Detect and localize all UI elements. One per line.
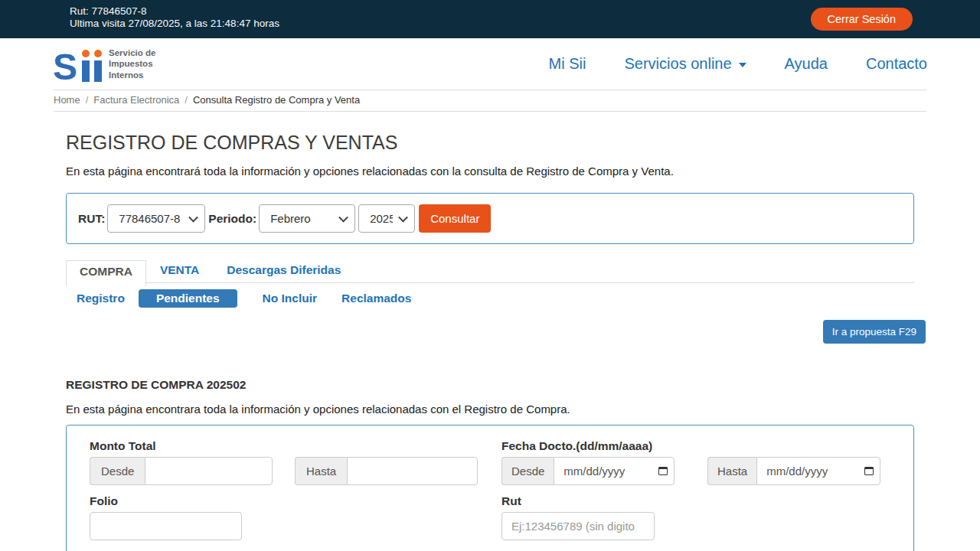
- rut-select[interactable]: 77846507-8: [107, 204, 205, 233]
- year-select[interactable]: 2025: [358, 204, 415, 233]
- ir-a-propuesta-f29-button[interactable]: Ir a propuesta F29: [823, 320, 926, 344]
- session-topbar: Rut: 77846507-8 Ultima visita 27/08/2025…: [0, 0, 980, 38]
- sub-tabs: Registro Pendientes No Incluir Reclamado…: [66, 289, 914, 308]
- folio-field: Folio: [90, 493, 478, 540]
- session-rut: Rut: 77846507-8: [70, 5, 279, 18]
- monto-total-field: Monto Total Desde Hasta: [90, 438, 478, 485]
- filter-panel: Monto Total Desde Hasta Fecha Docto.(dd/…: [66, 425, 914, 551]
- month-select-wrap: Febrero: [256, 204, 355, 233]
- subtab-reclamados[interactable]: Reclamados: [331, 289, 422, 308]
- logout-button[interactable]: Cerrar Sesión: [811, 8, 913, 31]
- rut-label: RUT:: [78, 212, 105, 226]
- nav-contacto[interactable]: Contacto: [866, 55, 927, 73]
- fecha-docto-field: Fecha Docto.(dd/mm/aaaa) Desde Hasta: [501, 438, 890, 485]
- fecha-hasta-group: Hasta: [707, 457, 880, 485]
- main-nav: Mi Sii Servicios online Ayuda Contacto: [511, 55, 927, 73]
- page-title: REGISTRO DE COMPRAS Y VENTAS: [66, 132, 914, 154]
- fecha-docto-label: Fecha Docto.(dd/mm/aaaa): [501, 439, 890, 453]
- monto-hasta-input[interactable]: [347, 457, 478, 485]
- nav-mi-sii[interactable]: Mi Sii: [549, 55, 586, 73]
- monto-desde-addon: Desde: [90, 457, 145, 485]
- monto-hasta-addon: Hasta: [295, 457, 347, 485]
- subtab-no-incluir[interactable]: No Incluir: [252, 289, 328, 308]
- main-content: REGISTRO DE COMPRAS Y VENTAS En esta pág…: [54, 132, 926, 551]
- folio-input[interactable]: [90, 512, 242, 540]
- consultar-button[interactable]: Consultar: [419, 204, 491, 233]
- rut-select-wrap: 77846507-8: [105, 204, 205, 233]
- chevron-down-icon: [739, 63, 746, 67]
- session-info: Rut: 77846507-8 Ultima visita 27/08/2025…: [70, 5, 279, 30]
- register-section-description: En esta página encontrara toda la inform…: [66, 403, 914, 416]
- subtab-registro[interactable]: Registro: [66, 289, 136, 308]
- breadcrumb-separator: /: [185, 94, 188, 106]
- logo-letter-s: S: [53, 53, 77, 82]
- logo-i-bar-icon: [94, 60, 102, 82]
- sii-logo-mark: S: [53, 47, 102, 82]
- fecha-desde-addon: Desde: [501, 457, 554, 485]
- period-label: Periodo:: [208, 212, 256, 226]
- sii-logo[interactable]: S Servicio de Impuestos Internos: [53, 47, 155, 82]
- fecha-desde-input[interactable]: [554, 457, 675, 485]
- subtab-pendientes[interactable]: Pendientes: [139, 289, 237, 308]
- breadcrumb: Home/Factura Electronica/Consulta Regist…: [54, 90, 926, 112]
- tab-venta[interactable]: VENTA: [146, 259, 213, 282]
- monto-desde-input[interactable]: [145, 457, 273, 485]
- rut-filter-input[interactable]: [501, 512, 655, 540]
- fecha-desde-group: Desde: [501, 457, 675, 485]
- tab-compra[interactable]: COMPRA: [66, 260, 146, 286]
- page-description: En esta página encontrará toda la inform…: [66, 165, 914, 178]
- query-panel: RUT: 77846507-8 Periodo: Febrero 2025 Co…: [66, 193, 914, 244]
- logo-caption: Servicio de Impuestos Internos: [109, 47, 155, 80]
- logo-i-bar-icon: [82, 60, 90, 82]
- tab-descargas-diferidas[interactable]: Descargas Diferidas: [213, 259, 354, 282]
- nav-ayuda[interactable]: Ayuda: [785, 55, 828, 73]
- main-tabs: COMPRA VENTA Descargas Diferidas: [66, 259, 914, 283]
- year-select-wrap: 2025: [355, 204, 415, 233]
- monto-hasta-group: Hasta: [295, 457, 478, 485]
- monto-desde-group: Desde: [90, 457, 273, 485]
- folio-label: Folio: [90, 494, 478, 508]
- month-select[interactable]: Febrero: [259, 204, 355, 233]
- breadcrumb-factura-electronica[interactable]: Factura Electronica: [93, 94, 179, 106]
- fecha-hasta-input[interactable]: [756, 457, 880, 485]
- rut-filter-label: Rut: [501, 494, 890, 508]
- breadcrumb-home[interactable]: Home: [54, 94, 80, 106]
- rut-filter-field: Rut: [501, 493, 890, 540]
- breadcrumb-current: Consulta Registro de Compra y Venta: [193, 94, 360, 106]
- fecha-hasta-addon: Hasta: [707, 457, 756, 485]
- breadcrumb-separator: /: [86, 94, 89, 106]
- nav-servicios-online[interactable]: Servicios online: [625, 55, 746, 73]
- session-last-visit: Ultima visita 27/08/2025, a las 21:48:47…: [70, 18, 279, 30]
- f29-row: Ir a propuesta F29: [66, 320, 926, 344]
- site-header: S Servicio de Impuestos Internos Mi Sii …: [0, 38, 980, 90]
- monto-total-label: Monto Total: [90, 439, 478, 453]
- register-section-title: REGISTRO DE COMPRA 202502: [66, 378, 914, 392]
